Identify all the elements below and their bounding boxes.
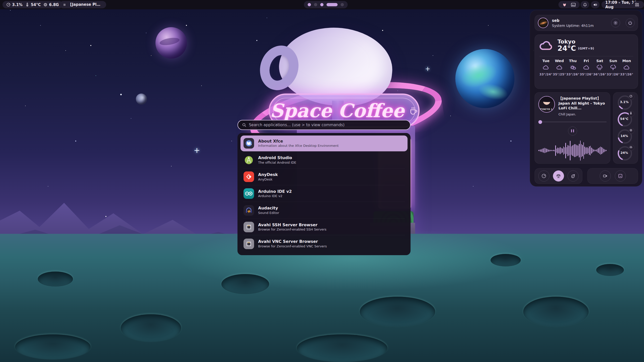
earth-planet (455, 49, 514, 108)
app-launcher-panel: About Xfce Information about the Xfce De… (237, 133, 411, 255)
gauge-icon (629, 94, 634, 100)
system-gauges-card: 3.1% 54°C (613, 92, 638, 164)
cat-tray-icon[interactable] (562, 3, 567, 7)
workspace-dot-5[interactable] (341, 3, 344, 6)
app-title: Avahi VNC Server Browser (258, 239, 327, 244)
memory-stat: 6.8G (43, 3, 59, 7)
progress-bar[interactable] (538, 120, 607, 124)
app-desc: Sound Editor (258, 211, 279, 215)
arduino-icon (244, 188, 254, 199)
temperature-gauge: 54°C (617, 111, 634, 127)
crater (523, 297, 589, 327)
crater (221, 274, 269, 294)
widgets-sidebar: seb System Uptime: 4h11m (530, 10, 642, 187)
workspace-indicator[interactable] (304, 1, 348, 8)
weather-city: Tokyo (557, 39, 594, 45)
pause-icon (63, 3, 66, 7)
temp-stat: 54°C (25, 3, 41, 7)
forecast-day: Thu 33°/26° (566, 59, 579, 76)
app-title: AnyDesk (258, 172, 278, 177)
crater (38, 272, 73, 287)
app-row-avahi-ssh[interactable]: Avahi SSH Server Browser Browse for Zero… (240, 219, 408, 235)
progress-track[interactable] (542, 122, 607, 122)
disk-icon (629, 145, 634, 151)
app-row-audacity[interactable]: Audacity Sound Editor (240, 202, 408, 218)
forecast-day: Sat 36°/26° (593, 59, 606, 76)
screen-icon (618, 173, 623, 178)
app-title: Arduino IDE v2 (258, 189, 292, 194)
audio-visualizer (538, 139, 607, 163)
notifications-button[interactable] (581, 1, 589, 8)
capture-card (587, 168, 638, 184)
anydesk-icon (244, 171, 254, 182)
weather-timezone: (GMT+9) (578, 47, 594, 50)
temp-value: 54°C (31, 3, 41, 7)
storm-icon (610, 65, 617, 70)
balanced-mode-button[interactable] (553, 170, 564, 182)
audacity-icon (244, 205, 254, 216)
app-title: About Xfce (258, 139, 339, 144)
workspace-dot-1[interactable] (308, 3, 311, 6)
partly-sunny-icon (570, 65, 576, 70)
app-row-about-xfce[interactable]: About Xfce Information about the Xfce De… (240, 135, 408, 151)
crater (491, 254, 521, 266)
workspace-dot-2[interactable] (314, 3, 317, 6)
volume-button[interactable] (591, 1, 599, 8)
steaming-cup-icon (409, 104, 418, 117)
crater (596, 264, 624, 276)
app-desc: Arduino IDE v2 (258, 194, 292, 198)
screenshot-button[interactable] (615, 170, 626, 182)
app-row-arduino[interactable]: Arduino IDE v2 Arduino IDE v2 (240, 186, 408, 202)
memory-value: 6.8G (49, 3, 59, 7)
app-row-android-studio[interactable]: Android Studio The official Android IDE (240, 152, 408, 168)
progress-thumb[interactable] (538, 120, 542, 124)
network-port-icon (244, 222, 254, 232)
cloud-icon (543, 65, 549, 70)
user-card: seb System Uptime: 4h11m (535, 15, 638, 31)
disk-gauge: 24% (617, 145, 634, 161)
forecast-day: Tue 33°/24° (539, 59, 552, 76)
app-desc: Browse for Zeroconf-enabled VNC Servers (258, 245, 327, 248)
starfield (10, 10, 11, 11)
app-row-avahi-vnc[interactable]: Avahi VNC Server Browser Browse for Zero… (240, 236, 408, 252)
launcher-search[interactable] (237, 120, 411, 130)
weather-card: Tokyo 24°C (GMT+9) Tue 33°/24° Wed (535, 34, 638, 89)
crater (360, 297, 435, 327)
pause-button[interactable] (568, 126, 577, 135)
user-name: seb (552, 18, 606, 23)
cloud-icon (539, 40, 553, 51)
power-button[interactable] (626, 18, 635, 27)
workspace-dot-4-active[interactable] (327, 3, 338, 6)
app-desc: AnyDesk (258, 178, 278, 181)
chip-icon (43, 3, 48, 7)
app-title: Android Studio (258, 156, 296, 160)
media-status-pill[interactable]: 【Japanese Playlist】 J... (60, 1, 106, 8)
gear-icon (613, 21, 618, 25)
user-avatar[interactable] (538, 18, 548, 28)
settings-button[interactable] (611, 18, 620, 27)
memory-gauge: 14% (617, 128, 634, 145)
weather-temp: 24°C (557, 45, 576, 53)
album-art[interactable] (538, 96, 555, 113)
crater (297, 334, 387, 362)
app-row-anydesk[interactable]: AnyDesk AnyDesk (240, 169, 408, 185)
search-icon (242, 123, 246, 127)
android-studio-icon (244, 155, 254, 165)
image-tray-icon[interactable] (571, 3, 576, 7)
power-saver-mode-button[interactable] (568, 170, 579, 182)
workspace-dot-3[interactable] (320, 3, 324, 6)
grid-icon (635, 3, 639, 7)
app-grid-button[interactable] (633, 1, 641, 8)
crater (15, 334, 91, 359)
app-desc: Information about the Xfce Desktop Envir… (258, 144, 339, 148)
cpu-stat: 3.1% (6, 3, 23, 7)
screen-record-button[interactable] (600, 170, 611, 182)
speaker-icon (593, 3, 597, 7)
forecast-day: Fri 35°/26° (580, 59, 593, 76)
system-tray-pill[interactable] (558, 1, 580, 8)
cloud-icon (583, 65, 590, 70)
search-input[interactable] (249, 123, 406, 127)
forecast-day: Wed 35°/25° (553, 59, 566, 76)
performance-mode-button[interactable] (538, 170, 549, 182)
system-stats-pill[interactable]: 3.1% 54°C 6.8G (3, 1, 63, 8)
